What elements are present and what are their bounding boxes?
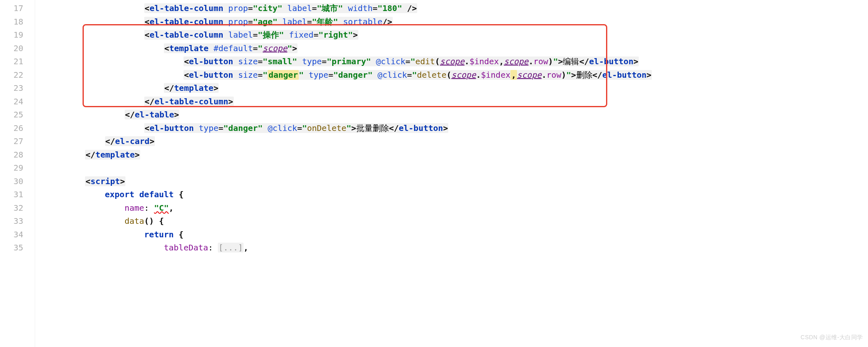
line-number: 27 <box>0 135 23 148</box>
line-number: 26 <box>0 122 23 135</box>
line-number: 23 <box>0 81 23 95</box>
line-number: 20 <box>0 42 23 55</box>
code-text-area[interactable]: <el-table-column prop="city" label="城市" … <box>35 0 868 347</box>
line-number: 22 <box>0 68 23 82</box>
line-number: 25 <box>0 108 23 122</box>
line-number: 35 <box>0 241 23 255</box>
line-number: 32 <box>0 201 23 215</box>
line-number: 18 <box>0 15 23 29</box>
line-number: 29 <box>0 161 23 175</box>
line-number: 21 <box>0 55 23 68</box>
line-number: 30 <box>0 175 23 188</box>
code-editor[interactable]: 17 18 19 20 21 22 23 24 25 26 27 28 29 3… <box>0 0 868 347</box>
line-number: 31 <box>0 188 23 201</box>
line-number: 28 <box>0 148 23 162</box>
line-number: 34 <box>0 228 23 241</box>
watermark-text: CSDN @运维-大白同学 <box>801 331 863 344</box>
line-gutter: 17 18 19 20 21 22 23 24 25 26 27 28 29 3… <box>0 0 35 347</box>
line-number: 19 <box>0 28 23 42</box>
line-number: 24 <box>0 95 23 108</box>
line-number: 33 <box>0 214 23 228</box>
line-number: 17 <box>0 2 23 15</box>
